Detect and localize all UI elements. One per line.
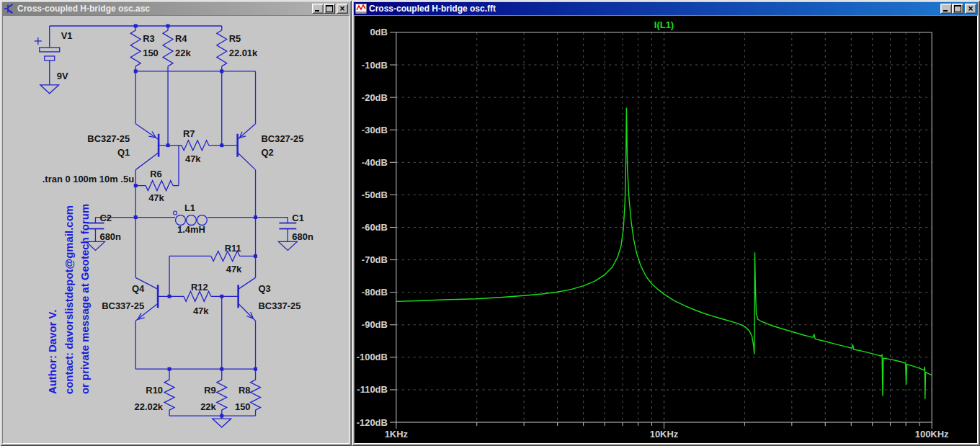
battery-plate xyxy=(40,48,60,52)
junction-dot xyxy=(166,143,170,147)
resistor xyxy=(217,30,227,66)
junction-dot xyxy=(134,215,138,219)
schematic-label: 150 xyxy=(143,48,159,58)
maximize-button[interactable] xyxy=(952,4,963,14)
inductor-phase-dot xyxy=(174,211,177,215)
maximize-icon xyxy=(326,5,333,12)
schematic-label: 22k xyxy=(200,401,216,412)
y-axis-label: -120dB xyxy=(357,417,388,428)
waveform-icon[interactable] xyxy=(355,3,367,14)
schematic-label: Q2 xyxy=(262,147,274,158)
x-axis-label: 10KHz xyxy=(650,429,679,440)
resistor xyxy=(184,291,211,301)
junction-dot xyxy=(168,367,172,371)
schematic-label: 47k xyxy=(185,153,201,164)
schematic-label: .tran 0 100m 10m .5u xyxy=(43,174,134,184)
y-axis-label: -90dB xyxy=(362,319,388,330)
resistor xyxy=(163,30,173,66)
schematic-label: R12 xyxy=(191,282,208,293)
trace-legend[interactable]: I(L1) xyxy=(654,19,674,30)
inductor-loop xyxy=(176,215,186,226)
minimize-button[interactable] xyxy=(940,4,952,14)
schematic-label: L1 xyxy=(184,202,195,213)
fft-plot-drawing[interactable]: 0dB-10dB-20dB-30dB-40dB-50dB-60dB-70dB-8… xyxy=(355,16,977,443)
wire xyxy=(135,153,159,170)
junction-dot xyxy=(220,69,223,73)
schematic-label: 680n xyxy=(99,231,121,242)
close-button[interactable]: × xyxy=(337,4,348,14)
schematic-label: 47k xyxy=(148,192,164,203)
schematic-label: BC337-25 xyxy=(259,300,301,311)
schematic-window-title: Cross-coupled H-bridge osc.asc xyxy=(17,2,310,15)
junction-dot xyxy=(220,414,223,418)
ltspice-schematic-icon[interactable] xyxy=(4,3,15,14)
junction-dot xyxy=(220,143,223,147)
author-note: Author: Davor V. xyxy=(46,310,58,394)
schematic-label: 150 xyxy=(235,401,251,412)
schematic-label: R5 xyxy=(229,33,241,44)
resistor xyxy=(251,380,261,410)
junction-dot xyxy=(254,367,257,371)
schematic-label: R6 xyxy=(150,169,162,179)
y-axis-label: -10dB xyxy=(362,60,388,71)
fft-titlebar[interactable]: Cross-coupled H-bridge osc.fft × xyxy=(354,2,978,15)
ground-symbol xyxy=(278,241,297,250)
schematic-label: Q4 xyxy=(132,283,145,294)
author-note: contact: davorslistdepot@gmail.com xyxy=(63,205,75,394)
junction-dot xyxy=(254,215,257,219)
y-axis-label: -70dB xyxy=(362,254,388,265)
ground-symbol xyxy=(213,419,231,427)
close-icon: × xyxy=(968,5,973,12)
schematic-label: BC327-25 xyxy=(87,133,130,144)
close-button[interactable]: × xyxy=(965,4,976,14)
wire xyxy=(239,277,256,289)
minimize-icon xyxy=(943,10,948,12)
schematic-label: C2 xyxy=(99,213,112,223)
battery-plate xyxy=(45,56,55,61)
schematic-label: V1 xyxy=(61,30,73,41)
junction-dot xyxy=(254,254,257,258)
fft-plot-window: Cross-coupled H-bridge osc.fft × 0dB-10d… xyxy=(352,0,980,446)
schematic-drawing[interactable]: V19VR3150R422kR522.01kBC327-25Q1BC327-25… xyxy=(3,16,349,443)
resistor xyxy=(182,141,209,151)
y-axis-label: 0dB xyxy=(370,27,388,37)
fft-plot-canvas[interactable]: 0dB-10dB-20dB-30dB-40dB-50dB-60dB-70dB-8… xyxy=(354,15,978,444)
y-axis-label: -30dB xyxy=(362,125,388,135)
fft-window-title: Cross-coupled H-bridge osc.fft xyxy=(369,2,938,15)
x-axis-label: 1KHz xyxy=(385,429,409,440)
y-axis-label: -40dB xyxy=(362,157,388,168)
y-axis-label: -80dB xyxy=(362,287,388,298)
y-axis-label: -60dB xyxy=(362,222,388,233)
minimize-button[interactable] xyxy=(312,4,324,14)
close-icon: × xyxy=(339,5,344,12)
minimize-icon xyxy=(315,10,319,12)
schematic-label: 47k xyxy=(226,264,242,275)
schematic-label: R3 xyxy=(143,33,155,44)
junction-dot xyxy=(220,367,223,371)
schematic-label: 680n xyxy=(292,231,313,242)
schematic-canvas[interactable]: V19VR3150R422kR522.01kBC327-25Q1BC327-25… xyxy=(2,15,349,444)
y-axis-label: -110dB xyxy=(357,384,388,395)
schematic-label: 47k xyxy=(193,305,209,316)
x-axis-label: 100KHz xyxy=(915,429,949,440)
maximize-button[interactable] xyxy=(324,4,335,14)
schematic-label: R4 xyxy=(175,33,187,44)
ground-symbol xyxy=(40,85,59,94)
maximize-icon xyxy=(954,5,961,12)
schematic-label: 22.02k xyxy=(134,401,163,412)
junction-dot xyxy=(220,295,223,298)
resistor xyxy=(217,380,227,410)
y-axis-label: -20dB xyxy=(362,92,388,103)
schematic-label: R9 xyxy=(204,385,216,396)
junction-dot xyxy=(134,24,138,27)
junction-dot xyxy=(168,295,172,298)
junction-dot xyxy=(166,24,170,27)
schematic-label: 1.4mH xyxy=(177,224,205,235)
fft-window-controls: × xyxy=(940,4,976,14)
schematic-label: Q3 xyxy=(259,283,271,294)
schematic-window-controls: × xyxy=(312,4,348,14)
schematic-label: 9V xyxy=(57,71,68,81)
schematic-label: R11 xyxy=(225,243,241,254)
schematic-titlebar[interactable]: Cross-coupled H-bridge osc.asc × xyxy=(2,2,349,15)
y-axis-label: -100dB xyxy=(357,352,388,362)
